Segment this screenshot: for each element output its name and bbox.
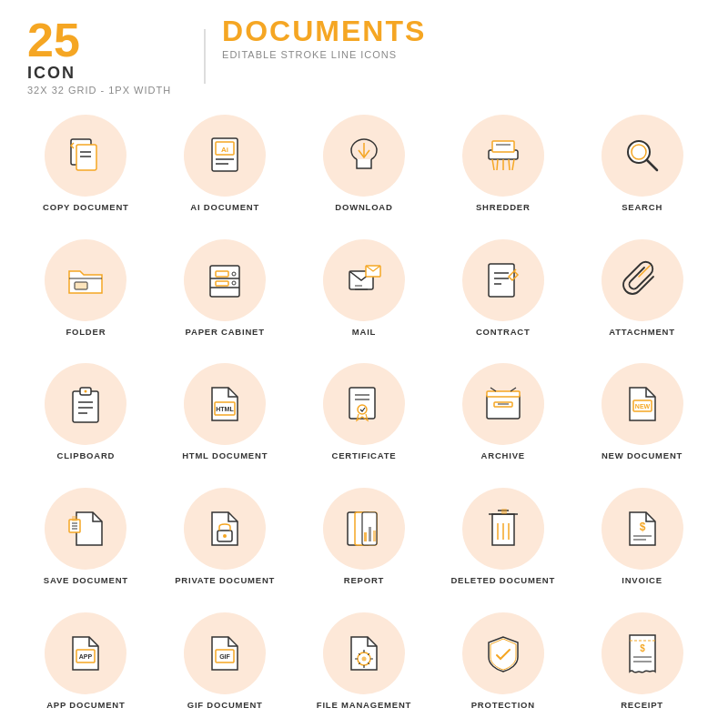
icon-bg-folder (45, 239, 126, 321)
icon-cell-clipboard: CLIPBOARD (18, 352, 154, 473)
icon-bg-certificate (323, 363, 405, 445)
svg-line-14 (497, 159, 498, 170)
icon-bg-new-document: NEW (602, 363, 683, 445)
svg-rect-68 (373, 531, 376, 541)
icon-cell-new-document: NEW NEW DOCUMENT (574, 352, 710, 473)
icon-cell-shredder: SHREDDER (435, 103, 571, 224)
icon-cell-contract: CONTRACT (435, 228, 571, 349)
icon-bg-mail (323, 239, 405, 321)
header-right: DOCUMENTS EDITABLE STROKE LINE ICONS (222, 16, 426, 60)
icon-bg-gif-document: GIF (184, 612, 266, 694)
svg-line-16 (509, 159, 510, 170)
icon-label-mail: MAIL (352, 327, 376, 337)
icon-cell-mail: MAIL (297, 228, 432, 349)
icon-label-app-document: APP DOCUMENT (46, 700, 126, 710)
icon-label-paper-cabinet: PAPER CABINET (186, 327, 265, 337)
icon-bg-app-document: APP (45, 612, 126, 694)
icon-label-html-document: HTML DOCUMENT (182, 450, 268, 460)
icon-cell-protection: PROTECTION (435, 601, 571, 722)
svg-text:Ai: Ai (221, 146, 228, 154)
svg-point-43 (85, 390, 87, 393)
icon-cell-invoice: $ INVOICE (574, 476, 710, 597)
svg-rect-38 (73, 391, 98, 422)
svg-rect-1 (76, 145, 96, 170)
icon-label-report: REPORT (344, 575, 384, 585)
svg-text:NEW: NEW (634, 403, 650, 410)
icon-label-receipt: RECEIPT (621, 700, 663, 710)
svg-line-17 (512, 159, 514, 170)
icon-bg-attachment (602, 239, 683, 321)
icon-label-download: DOWNLOAD (335, 202, 392, 212)
icon-label-clipboard: CLIPBOARD (57, 450, 116, 460)
icon-label-invoice: INVOICE (622, 575, 662, 585)
svg-line-13 (492, 159, 494, 170)
header-subtitle: EDITABLE STROKE LINE ICONS (222, 49, 426, 60)
icon-label-file-management: FILE MANAGEMENT (317, 700, 411, 710)
icon-cell-ai-document: Ai AI DOCUMENT (157, 103, 293, 224)
icon-label-private-document: PRIVATE DOCUMENT (175, 575, 275, 585)
icon-label-save-document: SAVE DOCUMENT (44, 575, 128, 585)
icon-label-folder: FOLDER (66, 327, 106, 337)
icon-bg-invoice: $ (602, 488, 683, 570)
icon-bg-private-document (184, 488, 266, 570)
icon-cell-private-document: PRIVATE DOCUMENT (157, 476, 293, 597)
svg-rect-74 (501, 509, 507, 514)
icon-cell-download: DOWNLOAD (297, 103, 432, 224)
icon-bg-file-management (323, 612, 405, 694)
icon-cell-save-document: SAVE DOCUMENT (18, 476, 154, 597)
svg-rect-21 (75, 282, 87, 289)
icon-bg-deleted-document (462, 488, 544, 570)
icon-cell-folder: FOLDER (18, 228, 154, 349)
icon-bg-save-document (45, 488, 126, 570)
svg-point-62 (223, 534, 227, 538)
icon-cell-deleted-document: DELETED DOCUMENT (435, 476, 571, 597)
icon-bg-ai-document: Ai (184, 115, 266, 197)
header-title: DOCUMENTS (222, 16, 426, 46)
icon-bg-shredder (462, 115, 544, 197)
header-number: 25 (27, 16, 171, 64)
svg-text:GIF: GIF (219, 653, 230, 660)
icon-cell-paper-cabinet: PAPER CABINET (157, 228, 293, 349)
icon-label-contract: CONTRACT (476, 327, 531, 337)
icon-cell-gif-document: GIF GIF DOCUMENT (157, 601, 293, 722)
icon-label-archive: ARCHIVE (481, 450, 525, 460)
icon-grid: COPY DOCUMENT Ai AI DOCUMENT DOWNLO (0, 103, 728, 722)
icon-cell-html-document: HTML HTML DOCUMENT (157, 352, 293, 473)
icon-label-search: SEARCH (622, 202, 662, 212)
icon-label-deleted-document: DELETED DOCUMENT (450, 575, 555, 585)
icon-cell-file-management: FILE MANAGEMENT (297, 601, 432, 722)
icon-cell-certificate: CERTIFICATE (297, 352, 432, 473)
svg-text:$: $ (639, 521, 645, 533)
icon-label-new-document: NEW DOCUMENT (602, 450, 682, 460)
icon-bg-html-document: HTML (184, 363, 266, 445)
svg-point-83 (361, 656, 366, 661)
header-icon-word: ICON (27, 64, 171, 83)
icon-label-certificate: CERTIFICATE (332, 450, 397, 460)
svg-rect-11 (492, 141, 514, 152)
icon-bg-contract (462, 239, 544, 321)
svg-text:APP: APP (79, 653, 93, 660)
svg-rect-51 (487, 391, 520, 397)
icon-bg-search (602, 115, 683, 197)
svg-rect-66 (364, 532, 367, 541)
svg-rect-33 (489, 264, 514, 297)
svg-line-20 (647, 160, 657, 170)
icon-bg-clipboard (45, 363, 126, 445)
svg-text:$: $ (640, 643, 645, 653)
header-divider (204, 29, 206, 84)
svg-text:HTML: HTML (216, 406, 234, 412)
header: 25 ICON 32X 32 GRID - 1PX WIDTH DOCUMENT… (0, 0, 728, 103)
svg-rect-57 (72, 516, 77, 521)
icon-cell-attachment: ATTACHMENT (574, 228, 710, 349)
header-sub: 32X 32 GRID - 1PX WIDTH (27, 85, 171, 96)
icon-bg-copy-document (45, 115, 126, 197)
icon-label-ai-document: AI DOCUMENT (190, 202, 259, 212)
icon-bg-archive (462, 363, 544, 445)
header-left: 25 ICON 32X 32 GRID - 1PX WIDTH (27, 16, 171, 96)
icon-label-copy-document: COPY DOCUMENT (43, 202, 129, 212)
icon-bg-download (323, 115, 405, 197)
icon-cell-copy-document: COPY DOCUMENT (18, 103, 154, 224)
icon-bg-receipt: $ (602, 612, 683, 694)
icon-cell-receipt: $ RECEIPT (574, 601, 710, 722)
icon-cell-archive: ARCHIVE (435, 352, 571, 473)
